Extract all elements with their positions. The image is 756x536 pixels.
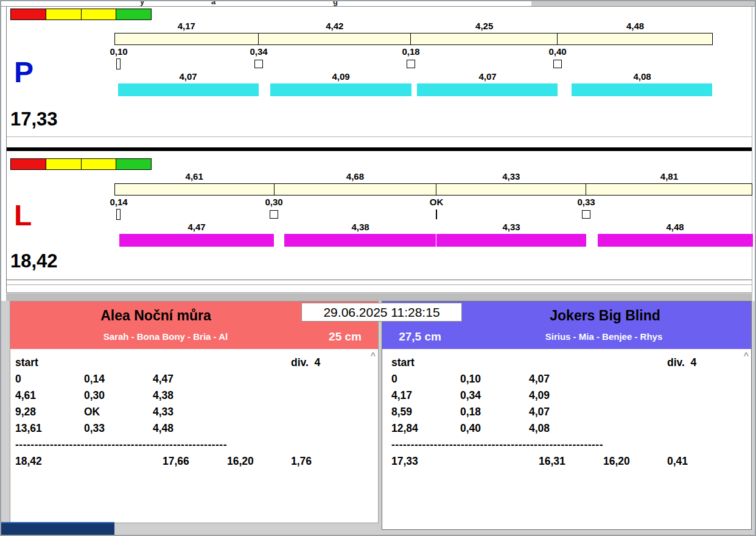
traffic-light [10, 9, 152, 20]
timing-lanes-section: 4,17 4,42 4,25 4,48 0,10 0,34 0,18 0,40 … [6, 7, 752, 293]
changeover-marker [553, 60, 562, 68]
scroll-up-icon[interactable]: ^ [371, 351, 376, 360]
changeover-time-label: 0,30 [265, 197, 282, 207]
start-marker [116, 58, 121, 69]
team-panel-left: Alea Noční můra Sarah - Bona Bony - Bria… [10, 301, 379, 523]
split-bar-segment [436, 184, 586, 195]
table-row: 8,59 0,18 4,07 [391, 406, 751, 422]
division-label: div. 4 [291, 356, 378, 369]
table-header-row: start div. 4 [391, 356, 751, 373]
start-label: start [15, 356, 84, 369]
time-cell: 13,61 [15, 422, 84, 435]
total-time-cell: 16,31 [529, 455, 603, 468]
dog-time-label: 4,33 [502, 222, 520, 232]
jump-height-badge: 25 cm [315, 330, 376, 344]
changeover-time-label: 0,40 [548, 46, 566, 57]
traffic-light-yellow-segment [46, 159, 82, 169]
clipped-toolbar-text: ý [140, 1, 144, 6]
dog-time-label: 4,08 [633, 71, 651, 82]
split-progress-bar [114, 183, 752, 196]
dog-time-bar [572, 83, 712, 96]
changeover-marker [270, 210, 278, 219]
time-cell: 0,40 [460, 422, 529, 435]
start-label: start [391, 356, 460, 369]
table-row: 12,84 0,40 4,08 [391, 422, 751, 439]
split-times-row: 4,61 4,68 4,33 4,81 [114, 171, 752, 182]
table-row: 4,17 0,34 4,09 [391, 389, 751, 406]
dog-time-bar [118, 83, 259, 96]
divider-line [7, 136, 752, 137]
app-window: ý a g 4,17 4,42 4,25 4,48 [0, 0, 756, 536]
time-cell: 8,59 [391, 406, 460, 418]
separator-dashes: ----------------------------------------… [15, 439, 291, 451]
lane-total-time: 18,42 [10, 252, 58, 270]
dog-time-bar [284, 234, 436, 247]
changeover-time-label: 0,34 [250, 46, 267, 57]
changeover-time-label: 0,33 [577, 197, 595, 207]
table-row: 0 0,10 4,07 [391, 373, 751, 389]
datetime-display: 29.06.2025 11:28:15 [301, 303, 462, 322]
bottom-left-window-fragment[interactable] [1, 522, 114, 536]
time-cell: 0 [391, 373, 460, 386]
time-cell: 4,33 [153, 406, 227, 418]
split-bar-segment [411, 34, 558, 44]
results-text-area[interactable]: start div. 4 0 0,14 4,47 4,61 0,30 4,38 … [10, 349, 378, 523]
time-cell: OK [84, 406, 153, 418]
totals-row: 17,33 16,31 16,20 0,41 [391, 455, 751, 471]
time-cell: 0,18 [460, 406, 529, 418]
changeover-time-label: 0,18 [402, 46, 419, 57]
clipped-toolbar: ý a g [1, 1, 755, 7]
scroll-up-icon[interactable]: ^ [744, 351, 749, 360]
traffic-light-red-segment [11, 9, 46, 19]
split-bar-segment [259, 34, 411, 44]
time-cell: 4,08 [529, 422, 603, 435]
time-cell: 0 [15, 373, 84, 386]
separator-dashes: ----------------------------------------… [391, 439, 667, 451]
changeover-marker [582, 210, 590, 219]
changeover-time-label: 0,14 [110, 197, 127, 207]
table-row: 13,61 0,33 4,48 [15, 422, 378, 439]
separator-row: ----------------------------------------… [391, 439, 751, 455]
traffic-light-yellow-segment [46, 9, 82, 19]
traffic-light-red-segment [11, 159, 46, 169]
split-times-row: 4,17 4,42 4,25 4,48 [114, 21, 713, 32]
traffic-light-yellow-segment [82, 159, 117, 169]
table-row: 4,61 0,30 4,38 [15, 389, 378, 406]
lane-p-panel: 4,17 4,42 4,25 4,48 0,10 0,34 0,18 0,40 … [7, 7, 752, 147]
ok-changeover-tick [436, 210, 437, 219]
team-subheader: Sarah - Bona Bony - Bria - Al 25 cm [10, 328, 378, 349]
time-cell: 0,14 [84, 373, 153, 386]
lane-l-panel: 4,61 4,68 4,33 4,81 0,14 0,30 OK 0,33 4,… [7, 151, 752, 280]
team-subheader: 27,5 cm Sirius - Mia - Benjee - Rhys [382, 328, 751, 349]
table-header-row: start div. 4 [15, 356, 378, 373]
results-text-area[interactable]: start div. 4 0 0,10 4,07 4,17 0,34 4,09 … [382, 349, 751, 529]
totals-row: 18,42 17,66 16,20 1,76 [15, 455, 378, 471]
dog-time-label: 4,47 [187, 222, 205, 232]
time-cell: 4,61 [15, 389, 84, 402]
dog-time-bar [417, 83, 558, 96]
changeover-time-label: 0,10 [110, 46, 127, 57]
time-cell: 4,09 [529, 389, 603, 402]
total-time-cell: 17,66 [153, 455, 227, 468]
time-cell: 0,10 [460, 373, 529, 386]
split-time-label: 4,81 [586, 171, 752, 182]
total-time-cell: 18,42 [15, 455, 84, 468]
split-time-label: 4,42 [259, 21, 411, 32]
traffic-light [10, 158, 152, 170]
dog-time-bar [270, 83, 411, 96]
time-cell: 4,07 [529, 373, 603, 386]
lane-letter: L [14, 201, 32, 230]
separator-row: ----------------------------------------… [15, 439, 378, 455]
split-time-label: 4,61 [114, 171, 274, 182]
start-marker [116, 209, 121, 220]
toolbar-gray-area [531, 1, 755, 7]
divider-line [7, 284, 752, 285]
dog-time-label: 4,38 [351, 222, 369, 232]
division-label: div. 4 [667, 356, 751, 369]
time-cell: 4,48 [153, 422, 227, 435]
total-time-cell: 0,41 [667, 455, 751, 468]
total-time-cell: 1,76 [291, 455, 378, 468]
clipped-toolbar-text: g [333, 1, 338, 6]
time-cell: 4,17 [391, 389, 460, 402]
dog-time-label: 4,07 [478, 71, 496, 82]
